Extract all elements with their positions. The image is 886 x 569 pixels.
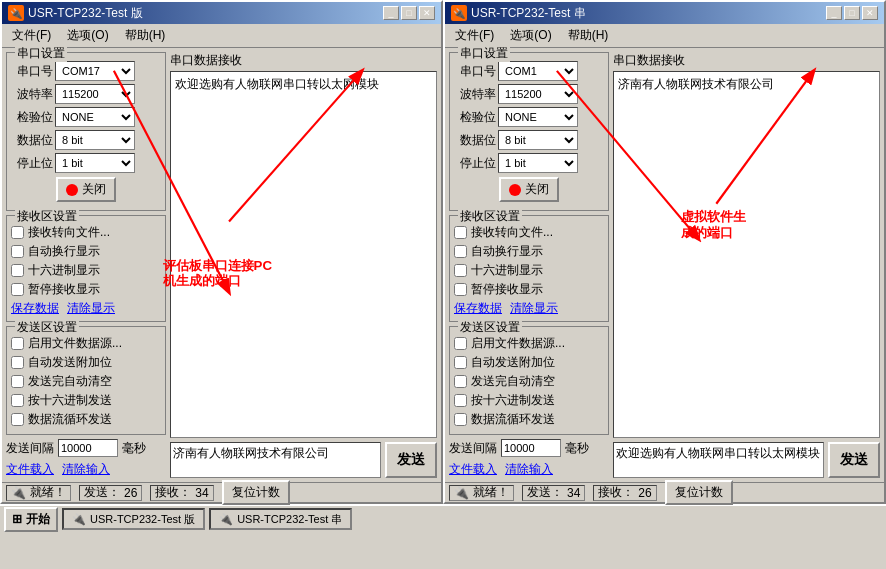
save-data-link1[interactable]: 保存数据 [11, 300, 59, 317]
serial-close-button1[interactable]: 关闭 [56, 177, 116, 202]
send-button2[interactable]: 发送 [828, 442, 880, 478]
taskbar-icon1: 🔌 [72, 513, 86, 526]
menu-help1[interactable]: 帮助(H) [119, 26, 172, 45]
send-cb1-label2: 启用文件数据源... [471, 335, 565, 352]
serial-close-button2[interactable]: 关闭 [499, 177, 559, 202]
maximize-btn1[interactable]: □ [401, 6, 417, 20]
send-cb2-label2: 自动发送附加位 [471, 354, 555, 371]
recv-cb1-label1: 接收转向文件... [28, 224, 110, 241]
baud-select1[interactable]: 115200 [55, 84, 135, 104]
menu-options2[interactable]: 选项(O) [504, 26, 557, 45]
recv-settings-title1: 接收区设置 [15, 208, 79, 225]
send-settings-title1: 发送区设置 [15, 319, 79, 336]
recv-cb2-2[interactable] [454, 245, 467, 258]
left-panel1: 串口设置 串口号 COM17 波特率 1152 [6, 52, 166, 478]
send-cb1-1[interactable] [11, 337, 24, 350]
reset-count-btn2[interactable]: 复位计数 [665, 480, 733, 505]
recv-cb2-1[interactable] [11, 245, 24, 258]
stop-select2[interactable]: 1 bit [498, 153, 578, 173]
send-textarea2[interactable]: 欢迎选购有人物联网串口转以太网模块 [613, 442, 824, 478]
port-select2[interactable]: COM1 [498, 61, 578, 81]
minimize-btn1[interactable]: _ [383, 6, 399, 20]
baud-select2[interactable]: 115200 [498, 84, 578, 104]
send-cb3-label1: 发送完自动清空 [28, 373, 112, 390]
status-icon1: 🔌 [11, 486, 26, 500]
minimize-btn2[interactable]: _ [826, 6, 842, 20]
send-area-row1: 济南有人物联网技术有限公司 发送 [170, 442, 437, 478]
send-settings1: 发送区设置 启用文件数据源... 自动发送附加位 [6, 326, 166, 435]
send-button1[interactable]: 发送 [385, 442, 437, 478]
data-label1: 数据位 [11, 132, 53, 149]
interval-input2[interactable] [501, 439, 561, 457]
ready-text1: 就绪！ [30, 484, 66, 501]
check-select1[interactable]: NONE [55, 107, 135, 127]
recv-cb4-1[interactable] [11, 283, 24, 296]
recv-cb2-label2: 自动换行显示 [471, 243, 543, 260]
data-select1[interactable]: 8 bit [55, 130, 135, 150]
send-cb4-2[interactable] [454, 394, 467, 407]
recv-cb4-2[interactable] [454, 283, 467, 296]
clear-display-link2[interactable]: 清除显示 [510, 300, 558, 317]
status-icon2: 🔌 [454, 486, 469, 500]
send-cb1-2[interactable] [454, 337, 467, 350]
status-send2: 发送： 34 [522, 485, 585, 501]
recv-area-title2: 串口数据接收 [613, 52, 880, 69]
send-cb3-1[interactable] [11, 375, 24, 388]
taskbar-window2-btn[interactable]: 🔌 USR-TCP232-Test 串 [209, 508, 352, 530]
recv-count1: 34 [195, 486, 208, 500]
send-cb4-label2: 按十六进制发送 [471, 392, 555, 409]
file-load-link1[interactable]: 文件载入 [6, 461, 54, 478]
clear-input-link2[interactable]: 清除输入 [505, 461, 553, 478]
interval-unit2: 毫秒 [565, 440, 589, 457]
menu-options1[interactable]: 选项(O) [61, 26, 114, 45]
send-cb4-1[interactable] [11, 394, 24, 407]
status-send1: 发送： 26 [79, 485, 142, 501]
port-select1[interactable]: COM17 [55, 61, 135, 81]
taskbar-icon2: 🔌 [219, 513, 233, 526]
check-select2[interactable]: NONE [498, 107, 578, 127]
recv-cb4-label1: 暂停接收显示 [28, 281, 100, 298]
recv-links1: 保存数据 清除显示 [11, 300, 161, 317]
reset-count-btn1[interactable]: 复位计数 [222, 480, 290, 505]
recv-cb1-1[interactable] [11, 226, 24, 239]
start-button[interactable]: ⊞ 开始 [4, 507, 58, 532]
save-data-link2[interactable]: 保存数据 [454, 300, 502, 317]
send-area-row2: 欢迎选购有人物联网串口转以太网模块 发送 [613, 442, 880, 478]
menu-file2[interactable]: 文件(F) [449, 26, 500, 45]
file-load-link2[interactable]: 文件载入 [449, 461, 497, 478]
send-cb3-2[interactable] [454, 375, 467, 388]
recv-content1: 欢迎选购有人物联网串口转以太网模块 [175, 77, 379, 91]
send-textarea1[interactable]: 济南有人物联网技术有限公司 [170, 442, 381, 478]
taskbar-window1-btn[interactable]: 🔌 USR-TCP232-Test 版 [62, 508, 205, 530]
send-cb5-1[interactable] [11, 413, 24, 426]
baud-label1: 波特率 [11, 86, 53, 103]
recv-cb3-1[interactable] [11, 264, 24, 277]
recv-cb1-label2: 接收转向文件... [471, 224, 553, 241]
menu-file1[interactable]: 文件(F) [6, 26, 57, 45]
send-cb2-2[interactable] [454, 356, 467, 369]
send-settings-title2: 发送区设置 [458, 319, 522, 336]
interval-row1: 发送间隔 10000 毫秒 [6, 439, 166, 457]
close-btn1[interactable]: ✕ [419, 6, 435, 20]
menu-help2[interactable]: 帮助(H) [562, 26, 615, 45]
recv-cb1-row1: 接收转向文件... [11, 224, 161, 241]
app-icon2: 🔌 [451, 5, 467, 21]
send-cb2-1[interactable] [11, 356, 24, 369]
clear-display-link1[interactable]: 清除显示 [67, 300, 115, 317]
send-cb5-2[interactable] [454, 413, 467, 426]
data-select2[interactable]: 8 bit [498, 130, 578, 150]
recv-cb2-row1: 自动换行显示 [11, 243, 161, 260]
menubar1: 文件(F) 选项(O) 帮助(H) [2, 24, 441, 48]
stop-select1[interactable]: 1 bit [55, 153, 135, 173]
maximize-btn2[interactable]: □ [844, 6, 860, 20]
recv-cb1-2[interactable] [454, 226, 467, 239]
data-row2: 数据位 8 bit [454, 130, 604, 150]
app-icon1: 🔌 [8, 5, 24, 21]
interval-input1[interactable]: 10000 [58, 439, 118, 457]
send-cb4-label1: 按十六进制发送 [28, 392, 112, 409]
clear-input-link1[interactable]: 清除输入 [62, 461, 110, 478]
close-btn2[interactable]: ✕ [862, 6, 878, 20]
recv-cb3-2[interactable] [454, 264, 467, 277]
red-dot1 [66, 184, 78, 196]
window2: 🔌 USR-TCP232-Test 串 _ □ ✕ 文件(F) 选项(O) 帮助… [443, 0, 886, 504]
